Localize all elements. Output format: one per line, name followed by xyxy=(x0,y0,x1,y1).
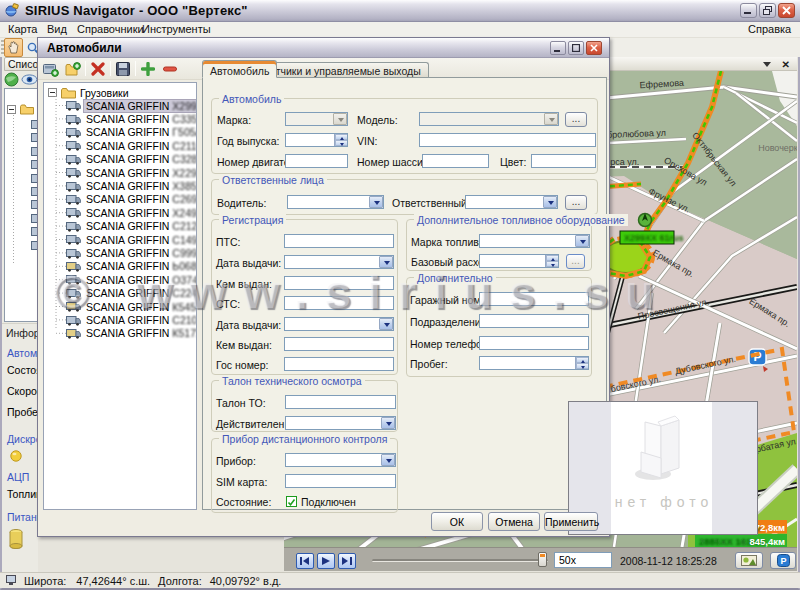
add-group-button[interactable] xyxy=(64,60,82,78)
device-select[interactable]: 2111 xyxy=(285,453,396,467)
gos-input[interactable]: Р298СЕ 61_rus xyxy=(284,357,394,371)
marka-select[interactable]: SCANIA xyxy=(285,112,348,126)
tree-item-vehicle[interactable]: SCANIA GRIFFIN С999ВХ 61rus xyxy=(66,246,197,259)
sts-issuer-input[interactable] xyxy=(284,337,394,351)
fuel-dropdown-icon[interactable] xyxy=(575,235,589,247)
responsible-browse-button[interactable]: ... xyxy=(565,195,587,210)
tab-datchiki[interactable]: Датчики и управляемые выходы xyxy=(255,62,429,78)
tree-expander-icon[interactable] xyxy=(48,88,57,97)
pts-input[interactable]: 78 ТС 850679 xyxy=(284,234,394,248)
valid-select[interactable]: 31 марта 2009 г. xyxy=(285,416,396,430)
division-input[interactable] xyxy=(479,314,589,328)
skip-start-button[interactable] xyxy=(296,553,314,569)
engine-input[interactable]: 8051061 xyxy=(285,154,348,168)
save-button[interactable] xyxy=(114,60,132,78)
sts-date-dropdown-icon[interactable] xyxy=(379,318,393,330)
eye-icon[interactable] xyxy=(21,72,38,87)
mileage-input[interactable]: 338166 км xyxy=(479,356,589,370)
state-checkbox[interactable] xyxy=(286,496,297,507)
tree-item-vehicle[interactable]: SCANIA GRIFFIN С212УС 61rus xyxy=(66,220,197,233)
rate-browse-button[interactable]: ... xyxy=(566,254,585,269)
tree-item-vehicle[interactable]: SCANIA GRIFFIN С224СС 61rus xyxy=(66,287,197,300)
model-browse-button[interactable]: ... xyxy=(565,112,587,127)
close-button[interactable] xyxy=(778,3,795,18)
driver-dropdown-icon[interactable] xyxy=(369,196,383,208)
cancel-button[interactable]: Отмена xyxy=(488,512,540,531)
tree-item-vehicle[interactable]: SCANIA GRIFFIN Ь068ВХ 161rus xyxy=(66,260,197,273)
tree-item-vehicle[interactable]: SCANIA GRIFFIN С210СС 61rus xyxy=(66,313,197,326)
add-row-button[interactable] xyxy=(139,60,157,78)
tree-item-vehicle[interactable]: SCANIA GRIFFIN К517УМ 161rus xyxy=(66,327,197,340)
responsible-dropdown-icon[interactable] xyxy=(543,196,557,208)
menu-karta[interactable]: Карта xyxy=(8,23,37,35)
responsible-select[interactable]: Лосев Сергей Анатоль xyxy=(465,195,558,209)
color-input[interactable]: белый xyxy=(531,154,596,168)
parking-layer-button[interactable]: P xyxy=(770,552,796,569)
map-close-icon[interactable]: ✕ xyxy=(782,59,790,70)
tree-item-vehicle[interactable]: SCANIA GRIFFIN С335ХЕ 61rus xyxy=(66,112,197,125)
valid-dropdown-icon[interactable] xyxy=(381,417,395,429)
info-row-acp[interactable]: АЦП xyxy=(2,469,38,486)
expander-icon[interactable] xyxy=(7,105,16,114)
menu-spravka[interactable]: Справка xyxy=(748,23,791,35)
marka-dropdown-icon[interactable] xyxy=(333,113,347,125)
tree-item-vehicle[interactable]: SCANIA GRIFFIN Х229СС 61rus xyxy=(66,166,197,179)
tree-item-vehicle[interactable]: SCANIA GRIFFIN Х385УУ 61rus xyxy=(66,179,197,192)
chassis-input[interactable]: 03570413 xyxy=(422,154,489,168)
tree-item-vehicle[interactable]: SCANIA GRIFFIN С269СС 61rus xyxy=(66,193,197,206)
tree-item-vehicle[interactable]: SCANIA GRIFFIN С149ВХ 161rus xyxy=(66,233,197,246)
play-button[interactable] xyxy=(317,553,335,569)
sts-date-select[interactable]: 1 января 1990 г. xyxy=(284,317,394,331)
dialog-minimize-button[interactable] xyxy=(550,41,566,55)
pts-date-select[interactable]: 19 июля 2005 г. xyxy=(284,255,394,269)
sidebar-tree[interactable]: Грузовики xyxy=(4,88,38,322)
sidebar-tab-spisok[interactable]: Список xyxy=(4,57,38,71)
playback-slider-track[interactable] xyxy=(372,559,548,562)
vin-input[interactable]: 9БЅР4Х26ООЗЅ7О41З xyxy=(419,133,596,147)
tree-item-vehicle[interactable]: SCANIA GRIFFIN С328ХУ 61rus xyxy=(66,153,197,166)
tree-item-vehicle[interactable]: SCANIA GRIFFIN К545ОМ 161rus xyxy=(66,300,197,313)
apply-button[interactable]: Применить xyxy=(544,512,598,531)
ticket-input[interactable] xyxy=(285,395,396,409)
menu-vid[interactable]: Вид xyxy=(47,23,67,35)
tree-item-vehicle[interactable]: SCANIA GRIFFIN Х249УХ 61rus xyxy=(66,206,197,219)
fuel-select[interactable]: Дизельное топливо xyxy=(479,234,590,248)
skip-end-button[interactable] xyxy=(338,553,356,569)
phone-input[interactable]: +7(919) 784-1502 xyxy=(479,336,589,350)
restore-button[interactable] xyxy=(759,3,776,18)
info-row-avtomobil[interactable]: Автомобиль xyxy=(2,342,38,362)
info-row-pitanie[interactable]: Питание xyxy=(2,509,38,526)
device-dropdown-icon[interactable] xyxy=(381,454,395,466)
mileage-down-icon[interactable] xyxy=(576,363,589,369)
map-menu-arrow-icon[interactable] xyxy=(763,62,771,67)
tree-item-vehicle[interactable]: SCANIA GRIFFIN С211СС 61rus xyxy=(66,139,197,152)
minimize-button[interactable] xyxy=(740,3,757,18)
tree-item-vehicle[interactable]: SCANIA GRIFFIN Г505АА 61rus xyxy=(66,126,197,139)
pts-date-dropdown-icon[interactable] xyxy=(379,256,393,268)
year-down-icon[interactable] xyxy=(335,140,348,146)
ok-button[interactable]: ОК xyxy=(431,512,483,531)
driver-select[interactable]: Лосев Сергей Анатоль xyxy=(287,195,384,209)
rate-input[interactable]: 35 литров xyxy=(479,254,559,268)
tab-avtomobil[interactable]: Автомобиль xyxy=(202,60,277,78)
sts-input[interactable] xyxy=(284,296,394,310)
add-vehicle-button[interactable] xyxy=(42,60,60,78)
playback-slider-thumb[interactable] xyxy=(538,552,547,567)
vehicle-tree[interactable]: Грузовики SCANIA GRIFFIN Х299ХХ 61rusSCA… xyxy=(43,82,197,510)
rate-down-icon[interactable] xyxy=(546,261,559,267)
menu-instrumenty[interactable]: Инструменты xyxy=(142,23,211,35)
model-select[interactable]: GRIFFIN xyxy=(419,112,559,126)
dialog-close-button[interactable] xyxy=(586,41,602,55)
garage-input[interactable]: 001 xyxy=(479,292,589,306)
pan-tool-button[interactable] xyxy=(4,38,23,57)
snapshot-button[interactable] xyxy=(735,552,763,569)
tree-item-vehicle[interactable]: SCANIA GRIFFIN Х299ХХ 61rus xyxy=(66,99,197,112)
year-input[interactable]: 2005 xyxy=(285,133,348,147)
menu-spravochniki[interactable]: Справочники xyxy=(77,23,144,35)
speed-select[interactable]: 50x xyxy=(554,552,612,568)
model-dropdown-icon[interactable] xyxy=(544,113,558,125)
dialog-maximize-button[interactable] xyxy=(568,41,584,55)
remove-row-button[interactable] xyxy=(161,60,179,78)
pts-issuer-input[interactable]: Северо-Западная акцизная т xyxy=(284,276,394,290)
info-row-diskretnye[interactable]: Дискретные xyxy=(2,431,38,448)
